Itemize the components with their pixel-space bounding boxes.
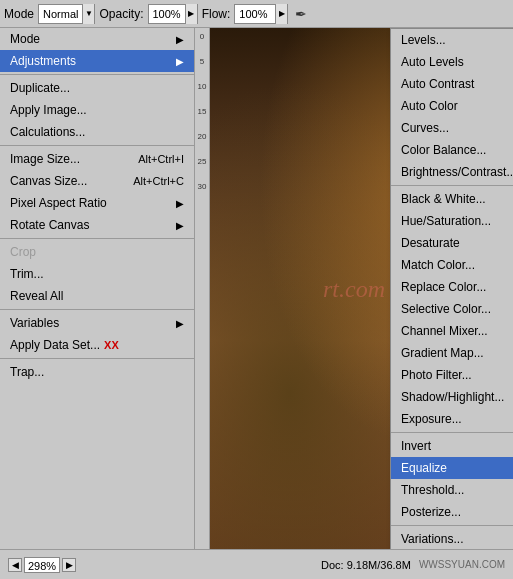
image-size-shortcut: Alt+Ctrl+I [138,153,184,165]
sep-after-calculations [0,145,194,146]
adjustments-submenu-arrow: ▶ [176,56,184,67]
menu-item-image-size[interactable]: Image Size... Alt+Ctrl+I [0,148,194,170]
website-text: WWSSYUAN.COM [419,559,505,570]
submenu-black-white[interactable]: Black & White... Alt+Shift+Ctrl+B [391,188,513,210]
submenu-hue-saturation[interactable]: Hue/Saturation... Ctrl+U [391,210,513,232]
submenu-auto-levels[interactable]: Auto Levels Shift+Ctrl+L [391,51,513,73]
canvas-area: 0 5 10 15 20 25 30 rt.com — × □ Levels..… [195,28,513,549]
ruler-mark-2: 5 [200,57,204,66]
submenu-photo-filter[interactable]: Photo Filter... [391,364,513,386]
menu-item-rotate-canvas[interactable]: Rotate Canvas ▶ [0,214,194,236]
submenu-sep-2 [391,432,513,433]
status-bar: ◀ 298% ▶ Doc: 9.18M/36.8M WWSSYUAN.COM [0,549,513,579]
submenu-brightness-contrast[interactable]: Brightness/Contrast... [391,161,513,183]
menu-item-trap[interactable]: Trap... [0,361,194,383]
submenu-gradient-map[interactable]: Gradient Map... [391,342,513,364]
ruler-mark-6: 25 [198,157,207,166]
opacity-value: 100% [149,8,185,20]
menu-item-apply-data-set[interactable]: Apply Data Set... XX [0,334,194,356]
airbrush-icon[interactable]: ✒ [292,5,310,23]
sep-after-reveal [0,309,194,310]
xx-badge: XX [104,339,119,351]
menu-item-variables[interactable]: Variables ▶ [0,312,194,334]
submenu-replace-color[interactable]: Replace Color... [391,276,513,298]
pixel-aspect-arrow: ▶ [176,198,184,209]
submenu-posterize[interactable]: Posterize... [391,501,513,523]
mode-arrow[interactable]: ▼ [82,4,94,24]
canvas-size-shortcut: Alt+Ctrl+C [133,175,184,187]
submenu-threshold[interactable]: Threshold... [391,479,513,501]
submenu-color-balance[interactable]: Color Balance... Ctrl+B [391,139,513,161]
sep-after-data-set [0,358,194,359]
mode-stepper[interactable]: Normal ▼ [38,4,95,24]
menu-item-canvas-size[interactable]: Canvas Size... Alt+Ctrl+C [0,170,194,192]
ruler-mark-1: 0 [200,32,204,41]
canvas-watermark: rt.com [323,275,385,302]
submenu-selective-color[interactable]: Selective Color... [391,298,513,320]
menu-item-duplicate[interactable]: Duplicate... [0,77,194,99]
submenu-levels[interactable]: Levels... Ctrl+L [391,29,513,51]
submenu-auto-color[interactable]: Auto Color Shift+Ctrl+B [391,95,513,117]
mode-value: Normal [39,8,82,20]
submenu-sep-1 [391,185,513,186]
submenu-exposure[interactable]: Exposure... [391,408,513,430]
zoom-up-btn[interactable]: ▶ [62,558,76,572]
zoom-value[interactable]: 298% [24,557,60,573]
submenu-invert[interactable]: Invert Ctrl+I [391,435,513,457]
sep-after-rotate [0,238,194,239]
submenu-desaturate[interactable]: Desaturate Shift+Ctrl+U [391,232,513,254]
adjustments-submenu: Levels... Ctrl+L Auto Levels Shift+Ctrl+… [390,28,513,549]
menu-item-trim[interactable]: Trim... [0,263,194,285]
submenu-curves[interactable]: Curves... Ctrl+M [391,117,513,139]
submenu-channel-mixer[interactable]: Channel Mixer... [391,320,513,342]
ruler-mark-5: 20 [198,132,207,141]
menu-item-reveal-all[interactable]: Reveal All [0,285,194,307]
submenu-match-color[interactable]: Match Color... [391,254,513,276]
menu-item-calculations[interactable]: Calculations... [0,121,194,143]
sep-after-adjustments [0,74,194,75]
menu-item-crop: Crop [0,241,194,263]
flow-label: Flow: [202,7,231,21]
flow-value: 100% [235,8,271,20]
menu-item-adjustments[interactable]: Adjustments ▶ [0,50,194,72]
variables-arrow: ▶ [176,318,184,329]
doc-info: Doc: 9.18M/36.8M [321,559,411,571]
main-area: Mode ▶ Adjustments ▶ Duplicate... Apply … [0,28,513,549]
opacity-label: Opacity: [99,7,143,21]
ruler-mark-3: 10 [198,82,207,91]
rotate-canvas-arrow: ▶ [176,220,184,231]
mode-label: Mode [4,7,34,21]
submenu-equalize[interactable]: Equalize [391,457,513,479]
submenu-variations[interactable]: Variations... [391,528,513,549]
image-menu: Mode ▶ Adjustments ▶ Duplicate... Apply … [0,28,195,549]
top-toolbar: Mode Normal ▼ Opacity: 100% ▶ Flow: 100%… [0,0,513,28]
zoom-control: ◀ 298% ▶ [8,557,76,573]
flow-arrow[interactable]: ▶ [275,4,287,24]
submenu-sep-3 [391,525,513,526]
menu-item-pixel-aspect[interactable]: Pixel Aspect Ratio ▶ [0,192,194,214]
flow-stepper[interactable]: 100% ▶ [234,4,288,24]
opacity-arrow[interactable]: ▶ [185,4,197,24]
ruler-mark-7: 30 [198,182,207,191]
mode-submenu-arrow: ▶ [176,34,184,45]
menu-item-apply-image[interactable]: Apply Image... [0,99,194,121]
ruler-mark-4: 15 [198,107,207,116]
zoom-down-btn[interactable]: ◀ [8,558,22,572]
opacity-stepper[interactable]: 100% ▶ [148,4,198,24]
menu-item-mode[interactable]: Mode ▶ [0,28,194,50]
ruler-left: 0 5 10 15 20 25 30 [195,28,210,549]
submenu-shadow-highlight[interactable]: Shadow/Highlight... [391,386,513,408]
submenu-auto-contrast[interactable]: Auto Contrast Alt+Shift+Ctrl+L [391,73,513,95]
